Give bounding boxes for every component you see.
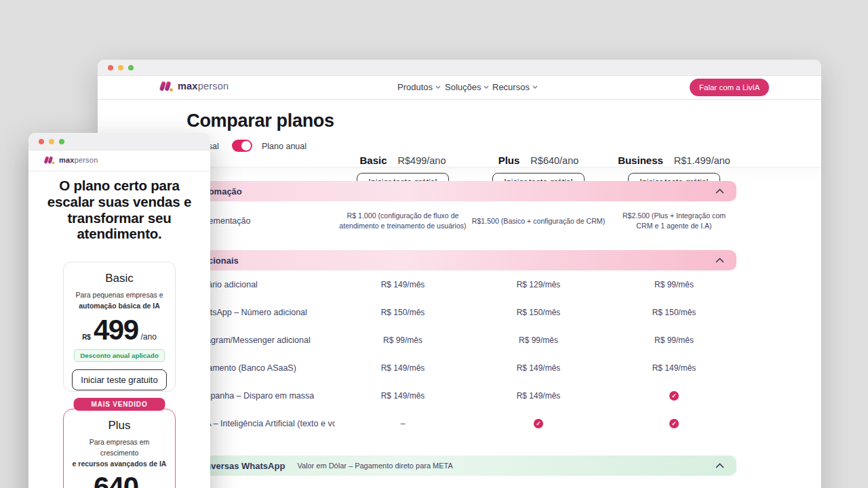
chevron-up-icon xyxy=(715,463,724,468)
nav-link-produtos[interactable]: Produtos xyxy=(397,82,441,92)
chevron-down-icon xyxy=(435,85,441,89)
plan-card-plus: Plus Para empresas em crescimento e recu… xyxy=(63,409,176,488)
billing-toggle[interactable] xyxy=(232,140,252,152)
plan-price: R$ 499 /ano xyxy=(72,315,167,345)
close-button[interactable] xyxy=(39,139,44,144)
maxperson-logo-icon xyxy=(159,80,174,92)
table-row: Instagram/Messenger adicionalR$ 99/mêsR$… xyxy=(182,326,745,354)
section-header[interactable]: Conversas WhatsAppValor em Dólar – Pagam… xyxy=(182,455,736,476)
check-icon: ✓ xyxy=(534,419,543,428)
page-title: Comparar planos xyxy=(182,110,339,131)
section-subtitle: Valor em Dólar – Pagamento direto para M… xyxy=(297,462,452,470)
plan-price: R$1.499/ano xyxy=(674,155,730,166)
site-navbar: maxperson Produtos Soluções Recursos Fal… xyxy=(98,76,821,100)
toggle-knob xyxy=(241,141,251,150)
feature-value: R$ 149/mês xyxy=(335,363,471,373)
logo[interactable]: maxperson xyxy=(43,155,98,165)
chevron-down-icon xyxy=(484,85,489,89)
minimize-button[interactable] xyxy=(118,65,123,70)
plan-price: R$ 640 /ano xyxy=(72,472,167,488)
discount-badge: Desconto anual aplicado xyxy=(74,349,164,362)
plan-description: Para empresas em crescimento e recursos … xyxy=(72,437,167,469)
feature-value: – xyxy=(335,419,471,428)
logo[interactable]: maxperson xyxy=(159,80,229,92)
chevron-down-icon xyxy=(532,85,538,89)
table-row: WhatsApp – Número adicionalR$ 150/mêsR$ … xyxy=(182,298,745,326)
zoom-button[interactable] xyxy=(59,139,64,144)
feature-value: R$ 149/mês xyxy=(471,363,606,373)
table-row: Campanha – Disparo em massaR$ 149/mêsR$ … xyxy=(182,382,745,409)
feature-value: R$ 99/mês xyxy=(335,336,471,345)
start-free-trial-button[interactable]: Iniciar teste gratuito xyxy=(72,369,167,390)
feature-value: ✓ xyxy=(606,418,742,428)
window-titlebar xyxy=(28,133,210,150)
feature-value: R$ 150/mês xyxy=(335,308,471,317)
feature-value: R$ 149/mês xyxy=(335,391,471,401)
talk-to-livia-button[interactable]: Falar com a LivIA xyxy=(690,79,769,96)
brand-name: maxperson xyxy=(59,156,98,164)
minimize-button[interactable] xyxy=(49,139,54,144)
plan-price: R$640/ano xyxy=(530,155,578,166)
feature-value: R$ 99/mês xyxy=(471,336,606,345)
zoom-button[interactable] xyxy=(128,65,134,70)
browser-window-plan-cards: maxperson O plano certo para escalar sua… xyxy=(28,133,210,488)
feature-value: R$1.500 (Basico + configuração de CRM) xyxy=(471,216,606,226)
chevron-up-icon xyxy=(715,188,724,194)
window-titlebar xyxy=(98,60,821,76)
table-row: LivIA – Inteligência Artificial (texto e… xyxy=(182,409,745,437)
nav-link-solucoes[interactable]: Soluções xyxy=(445,82,489,92)
plan-name: Plus xyxy=(72,419,167,432)
feature-value: R$ 150/mês xyxy=(471,308,606,317)
toggle-label-annual: Plano anual xyxy=(262,142,307,151)
plan-name: Plus xyxy=(498,155,520,166)
feature-value: ✓ xyxy=(471,418,606,428)
comparison-table: AutomaçãoImplementaçãoR$ 1.000 (configur… xyxy=(182,167,745,476)
check-icon: ✓ xyxy=(669,391,679,401)
feature-value: R$ 1.000 (configuração de fluxo de atend… xyxy=(335,211,471,231)
brand-name: maxperson xyxy=(178,81,229,92)
close-button[interactable] xyxy=(108,65,113,70)
feature-value: R$ 99/mês xyxy=(606,280,742,289)
section-header[interactable]: Adicionais xyxy=(182,250,736,270)
feature-value: R$ 149/mês xyxy=(471,391,606,401)
plan-price: R$499/ano xyxy=(398,155,446,166)
plan-name: Business xyxy=(618,155,663,166)
feature-value: R$ 149/mês xyxy=(606,363,742,373)
feature-value: R$ 149/mês xyxy=(335,280,471,289)
plan-name: Basic xyxy=(360,155,387,166)
table-row: ImplementaçãoR$ 1.000 (configuração de f… xyxy=(182,205,745,237)
feature-value: R$ 129/mês xyxy=(471,280,606,289)
feature-value: R$2.500 (Plus + Integração com CRM e 1 a… xyxy=(606,211,742,231)
plan-name: Basic xyxy=(72,272,167,285)
site-navbar: maxperson xyxy=(28,150,210,171)
plan-card-basic: Basic Para pequenas empresas e automação… xyxy=(63,262,176,392)
plan-description: Para pequenas empresas e automação básic… xyxy=(72,290,167,312)
chevron-up-icon xyxy=(715,258,724,263)
best-seller-ribbon: MAIS VENDIDO xyxy=(74,398,165,411)
section-header[interactable]: Automação xyxy=(182,181,736,201)
hero-headline: O plano certo para escalar suas vendas e… xyxy=(28,178,210,242)
table-row: Usuário adicionalR$ 149/mêsR$ 129/mêsR$ … xyxy=(182,270,745,298)
table-row: Pagamento (Banco ASaaS)R$ 149/mêsR$ 149/… xyxy=(182,354,745,382)
maxperson-logo-icon xyxy=(43,155,55,165)
check-icon: ✓ xyxy=(669,419,679,428)
feature-value: ✓ xyxy=(606,390,742,401)
desktop-background: maxperson Produtos Soluções Recursos Fal… xyxy=(0,0,868,488)
feature-value: R$ 99/mês xyxy=(606,336,742,345)
nav-link-recursos[interactable]: Recursos xyxy=(492,82,538,92)
feature-value: R$ 150/mês xyxy=(606,308,742,317)
